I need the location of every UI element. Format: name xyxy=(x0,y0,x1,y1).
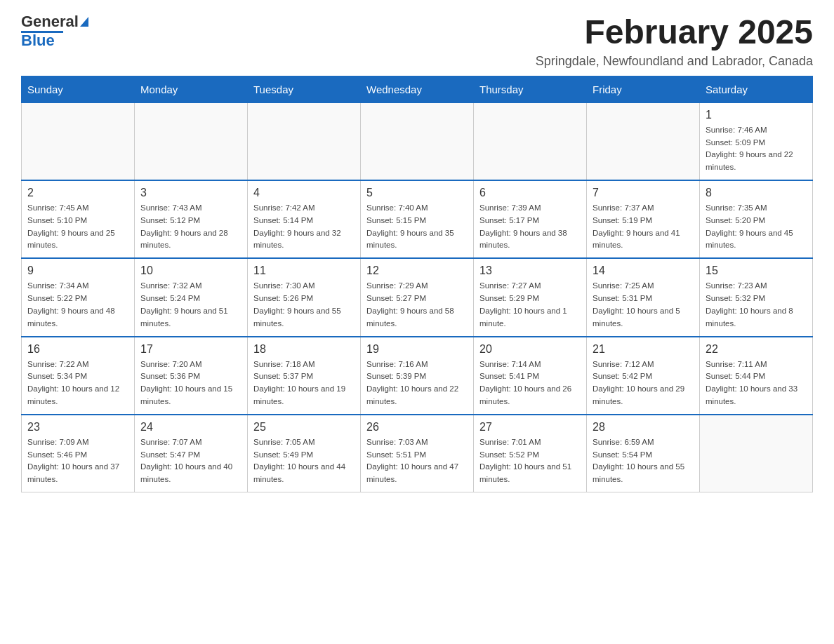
calendar-day-cell: 18Sunrise: 7:18 AMSunset: 5:37 PMDayligh… xyxy=(248,337,361,415)
day-info: Sunrise: 7:40 AMSunset: 5:15 PMDaylight:… xyxy=(366,202,468,252)
header-thursday: Thursday xyxy=(474,76,587,102)
calendar-week-5: 23Sunrise: 7:09 AMSunset: 5:46 PMDayligh… xyxy=(22,415,813,492)
calendar-day-cell: 11Sunrise: 7:30 AMSunset: 5:26 PMDayligh… xyxy=(248,258,361,336)
calendar-day-cell: 4Sunrise: 7:42 AMSunset: 5:14 PMDaylight… xyxy=(248,180,361,258)
header-tuesday: Tuesday xyxy=(248,76,361,102)
day-info: Sunrise: 7:30 AMSunset: 5:26 PMDaylight:… xyxy=(253,280,355,330)
calendar-day-cell: 5Sunrise: 7:40 AMSunset: 5:15 PMDaylight… xyxy=(361,180,474,258)
calendar-day-cell: 21Sunrise: 7:12 AMSunset: 5:42 PMDayligh… xyxy=(587,337,700,415)
day-info: Sunrise: 7:14 AMSunset: 5:41 PMDaylight:… xyxy=(479,358,581,408)
header-wednesday: Wednesday xyxy=(361,76,474,102)
day-info: Sunrise: 7:23 AMSunset: 5:32 PMDaylight:… xyxy=(706,280,807,330)
calendar-day-cell: 19Sunrise: 7:16 AMSunset: 5:39 PMDayligh… xyxy=(361,337,474,415)
day-number: 24 xyxy=(140,421,241,434)
day-number: 6 xyxy=(479,187,581,199)
calendar-day-cell: 16Sunrise: 7:22 AMSunset: 5:34 PMDayligh… xyxy=(22,337,135,415)
day-info: Sunrise: 7:29 AMSunset: 5:27 PMDaylight:… xyxy=(366,280,468,330)
day-number: 1 xyxy=(706,109,807,121)
day-info: Sunrise: 7:39 AMSunset: 5:17 PMDaylight:… xyxy=(479,202,581,252)
day-number: 17 xyxy=(140,343,241,356)
day-info: Sunrise: 7:42 AMSunset: 5:14 PMDaylight:… xyxy=(253,202,355,252)
calendar-day-cell: 1Sunrise: 7:46 AMSunset: 5:09 PMDaylight… xyxy=(700,102,813,180)
day-number: 10 xyxy=(140,264,241,277)
day-number: 28 xyxy=(593,421,694,434)
day-number: 7 xyxy=(593,187,694,199)
day-number: 26 xyxy=(366,421,468,434)
title-section: February 2025 Springdale, Newfoundland a… xyxy=(536,14,813,69)
day-info: Sunrise: 7:12 AMSunset: 5:42 PMDaylight:… xyxy=(593,358,694,408)
day-number: 8 xyxy=(706,187,807,199)
calendar-day-cell: 3Sunrise: 7:43 AMSunset: 5:12 PMDaylight… xyxy=(135,180,248,258)
day-info: Sunrise: 7:45 AMSunset: 5:10 PMDaylight:… xyxy=(27,202,128,252)
calendar-week-4: 16Sunrise: 7:22 AMSunset: 5:34 PMDayligh… xyxy=(22,337,813,415)
page-header: General Blue February 2025 Springdale, N… xyxy=(21,14,813,69)
calendar-day-cell xyxy=(22,102,135,180)
day-info: Sunrise: 7:03 AMSunset: 5:51 PMDaylight:… xyxy=(366,436,468,486)
day-number: 23 xyxy=(27,421,128,434)
day-info: Sunrise: 7:05 AMSunset: 5:49 PMDaylight:… xyxy=(253,436,355,486)
calendar-day-cell: 27Sunrise: 7:01 AMSunset: 5:52 PMDayligh… xyxy=(474,415,587,492)
calendar-day-cell: 24Sunrise: 7:07 AMSunset: 5:47 PMDayligh… xyxy=(135,415,248,492)
day-info: Sunrise: 7:20 AMSunset: 5:36 PMDaylight:… xyxy=(140,358,241,408)
location-subtitle: Springdale, Newfoundland and Labrador, C… xyxy=(536,54,813,69)
day-number: 22 xyxy=(706,343,807,356)
calendar-day-cell: 2Sunrise: 7:45 AMSunset: 5:10 PMDaylight… xyxy=(22,180,135,258)
day-info: Sunrise: 7:46 AMSunset: 5:09 PMDaylight:… xyxy=(706,124,807,174)
calendar-day-cell xyxy=(700,415,813,492)
calendar-day-cell: 7Sunrise: 7:37 AMSunset: 5:19 PMDaylight… xyxy=(587,180,700,258)
calendar-day-cell xyxy=(587,102,700,180)
day-number: 25 xyxy=(253,421,355,434)
logo-triangle-icon xyxy=(80,17,88,27)
calendar-day-cell: 17Sunrise: 7:20 AMSunset: 5:36 PMDayligh… xyxy=(135,337,248,415)
day-number: 19 xyxy=(366,343,468,356)
calendar-day-cell xyxy=(248,102,361,180)
calendar-table: Sunday Monday Tuesday Wednesday Thursday… xyxy=(21,76,813,492)
day-info: Sunrise: 7:34 AMSunset: 5:22 PMDaylight:… xyxy=(27,280,128,330)
calendar-week-2: 2Sunrise: 7:45 AMSunset: 5:10 PMDaylight… xyxy=(22,180,813,258)
day-number: 3 xyxy=(140,187,241,199)
day-info: Sunrise: 7:37 AMSunset: 5:19 PMDaylight:… xyxy=(593,202,694,252)
calendar-day-cell: 14Sunrise: 7:25 AMSunset: 5:31 PMDayligh… xyxy=(587,258,700,336)
day-number: 4 xyxy=(253,187,355,199)
calendar-week-3: 9Sunrise: 7:34 AMSunset: 5:22 PMDaylight… xyxy=(22,258,813,336)
calendar-week-1: 1Sunrise: 7:46 AMSunset: 5:09 PMDaylight… xyxy=(22,102,813,180)
day-number: 5 xyxy=(366,187,468,199)
calendar-day-cell xyxy=(474,102,587,180)
day-number: 21 xyxy=(593,343,694,356)
day-number: 11 xyxy=(253,264,355,277)
calendar-day-cell: 25Sunrise: 7:05 AMSunset: 5:49 PMDayligh… xyxy=(248,415,361,492)
day-info: Sunrise: 7:43 AMSunset: 5:12 PMDaylight:… xyxy=(140,202,241,252)
day-info: Sunrise: 7:18 AMSunset: 5:37 PMDaylight:… xyxy=(253,358,355,408)
header-saturday: Saturday xyxy=(700,76,813,102)
logo-general: General xyxy=(21,14,79,29)
day-number: 27 xyxy=(479,421,581,434)
calendar-day-cell: 12Sunrise: 7:29 AMSunset: 5:27 PMDayligh… xyxy=(361,258,474,336)
day-info: Sunrise: 7:01 AMSunset: 5:52 PMDaylight:… xyxy=(479,436,581,486)
month-title: February 2025 xyxy=(536,14,813,51)
calendar-day-cell: 26Sunrise: 7:03 AMSunset: 5:51 PMDayligh… xyxy=(361,415,474,492)
header-monday: Monday xyxy=(135,76,248,102)
day-info: Sunrise: 7:07 AMSunset: 5:47 PMDaylight:… xyxy=(140,436,241,486)
header-sunday: Sunday xyxy=(22,76,135,102)
day-info: Sunrise: 6:59 AMSunset: 5:54 PMDaylight:… xyxy=(593,436,694,486)
calendar-day-cell: 10Sunrise: 7:32 AMSunset: 5:24 PMDayligh… xyxy=(135,258,248,336)
calendar-day-cell: 8Sunrise: 7:35 AMSunset: 5:20 PMDaylight… xyxy=(700,180,813,258)
day-number: 20 xyxy=(479,343,581,356)
day-number: 2 xyxy=(27,187,128,199)
logo-blue: Blue xyxy=(21,33,55,48)
calendar-day-cell: 20Sunrise: 7:14 AMSunset: 5:41 PMDayligh… xyxy=(474,337,587,415)
calendar-day-cell: 6Sunrise: 7:39 AMSunset: 5:17 PMDaylight… xyxy=(474,180,587,258)
day-info: Sunrise: 7:32 AMSunset: 5:24 PMDaylight:… xyxy=(140,280,241,330)
calendar-day-cell xyxy=(361,102,474,180)
day-info: Sunrise: 7:11 AMSunset: 5:44 PMDaylight:… xyxy=(706,358,807,408)
day-info: Sunrise: 7:16 AMSunset: 5:39 PMDaylight:… xyxy=(366,358,468,408)
calendar-day-cell: 22Sunrise: 7:11 AMSunset: 5:44 PMDayligh… xyxy=(700,337,813,415)
day-number: 13 xyxy=(479,264,581,277)
day-info: Sunrise: 7:27 AMSunset: 5:29 PMDaylight:… xyxy=(479,280,581,330)
calendar-day-cell: 15Sunrise: 7:23 AMSunset: 5:32 PMDayligh… xyxy=(700,258,813,336)
day-number: 9 xyxy=(27,264,128,277)
calendar-day-cell: 28Sunrise: 6:59 AMSunset: 5:54 PMDayligh… xyxy=(587,415,700,492)
day-number: 16 xyxy=(27,343,128,356)
calendar-day-cell: 13Sunrise: 7:27 AMSunset: 5:29 PMDayligh… xyxy=(474,258,587,336)
day-number: 18 xyxy=(253,343,355,356)
